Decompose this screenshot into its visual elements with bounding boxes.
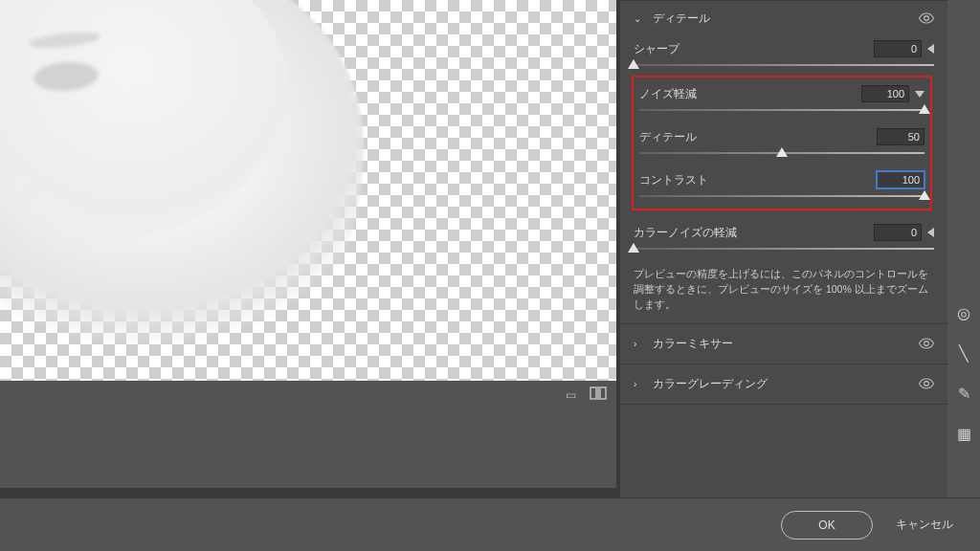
section-color-grading-header[interactable]: › カラーグレーディング <box>634 376 934 392</box>
svg-rect-0 <box>590 387 596 399</box>
slider-contrast-value[interactable] <box>877 171 924 188</box>
grid-tool-icon[interactable]: ▦ <box>947 417 980 450</box>
section-next <box>620 404 947 416</box>
slider-sharpen: シャープ <box>634 40 934 70</box>
slider-detail-label: ディテール <box>639 129 697 145</box>
image-preview[interactable] <box>0 0 616 381</box>
eyedropper-tool-icon[interactable]: ✎ <box>947 377 980 409</box>
slider-contrast-label: コントラスト <box>639 172 708 188</box>
ok-button[interactable]: OK <box>781 511 873 540</box>
section-detail-header[interactable]: ⌄ ディテール <box>634 11 934 27</box>
svg-rect-1 <box>600 387 606 399</box>
target-tool-icon[interactable]: ◎ <box>947 297 980 329</box>
slider-detail: ディテール <box>639 128 924 158</box>
slider-noise-track[interactable] <box>639 105 924 115</box>
svg-point-4 <box>924 341 929 345</box>
slider-sharpen-track[interactable] <box>634 60 934 70</box>
cancel-button[interactable]: キャンセル <box>896 517 953 533</box>
slider-color-noise-track[interactable] <box>634 244 934 253</box>
chevron-down-icon: ⌄ <box>634 13 643 24</box>
section-color-grading: › カラーグレーディング <box>620 364 947 404</box>
canvas-toolbar: ▭ <box>0 381 620 488</box>
section-color-mixer: › カラーミキサー <box>620 323 947 364</box>
disclosure-down-icon[interactable] <box>915 91 924 98</box>
preview-hint-text: プレビューの精度を上げるには、このパネルのコントロールを調整するときに、プレビュ… <box>634 267 934 312</box>
slider-noise-label: ノイズ軽減 <box>639 86 697 102</box>
compare-view-icon[interactable] <box>590 385 607 405</box>
section-color-mixer-title: カラーミキサー <box>653 336 733 352</box>
disclosure-left-icon[interactable] <box>927 44 934 54</box>
slider-sharpen-value[interactable] <box>874 40 922 57</box>
svg-point-3 <box>924 15 929 20</box>
chevron-right-icon: › <box>634 379 643 389</box>
visibility-icon[interactable] <box>919 377 934 392</box>
slider-contrast: コントラスト <box>639 171 924 201</box>
chevron-right-icon: › <box>634 339 643 349</box>
tool-rail: ◎ ╲ ✎ ▦ <box>947 0 980 497</box>
dialog-footer: OK キャンセル <box>0 497 980 551</box>
section-color-grading-title: カラーグレーディング <box>653 376 768 392</box>
line-tool-icon[interactable]: ╲ <box>947 337 980 369</box>
slider-color-noise-value[interactable] <box>874 224 922 241</box>
slider-noise-value[interactable] <box>861 85 909 102</box>
highlighted-group: ノイズ軽減 ディテール <box>632 76 932 210</box>
slider-color-noise: カラーノイズの軽減 <box>634 224 934 253</box>
fit-view-icon[interactable]: ▭ <box>566 388 576 402</box>
section-color-mixer-header[interactable]: › カラーミキサー <box>634 336 934 352</box>
section-detail-title: ディテール <box>653 11 710 27</box>
visibility-icon[interactable] <box>919 11 934 27</box>
slider-detail-value[interactable] <box>877 128 924 145</box>
preview-area: ▭ <box>0 0 620 497</box>
section-detail: ⌄ ディテール シャープ <box>620 0 947 323</box>
slider-contrast-track[interactable] <box>639 191 924 201</box>
slider-color-noise-label: カラーノイズの軽減 <box>634 225 737 241</box>
adjustments-panel: ⌄ ディテール シャープ <box>620 0 980 497</box>
slider-detail-track[interactable] <box>639 148 924 158</box>
slider-noise: ノイズ軽減 <box>639 85 924 115</box>
svg-point-5 <box>924 381 929 386</box>
disclosure-left-icon[interactable] <box>927 228 934 237</box>
visibility-icon[interactable] <box>919 337 934 352</box>
slider-sharpen-label: シャープ <box>634 41 679 57</box>
